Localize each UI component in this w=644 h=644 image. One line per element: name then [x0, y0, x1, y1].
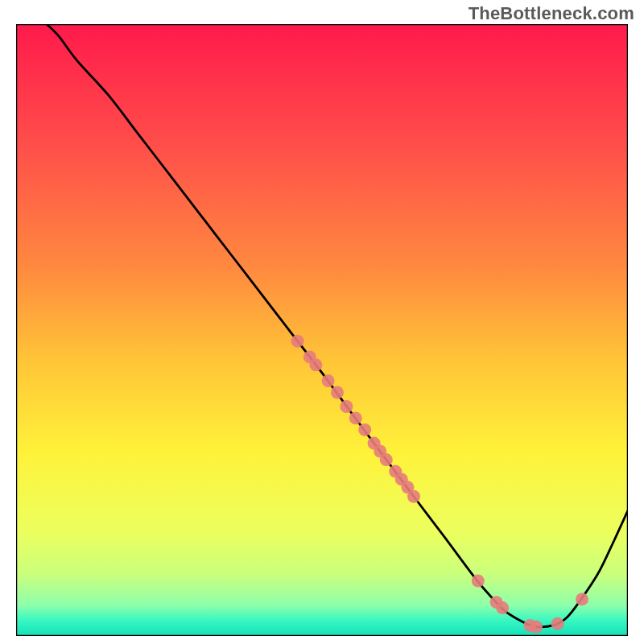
plot-area [16, 24, 628, 636]
axes-frame [16, 24, 628, 636]
svg-rect-1 [17, 25, 628, 636]
watermark-text: TheBottleneck.com [469, 3, 634, 24]
chart-canvas: TheBottleneck.com [0, 0, 644, 644]
